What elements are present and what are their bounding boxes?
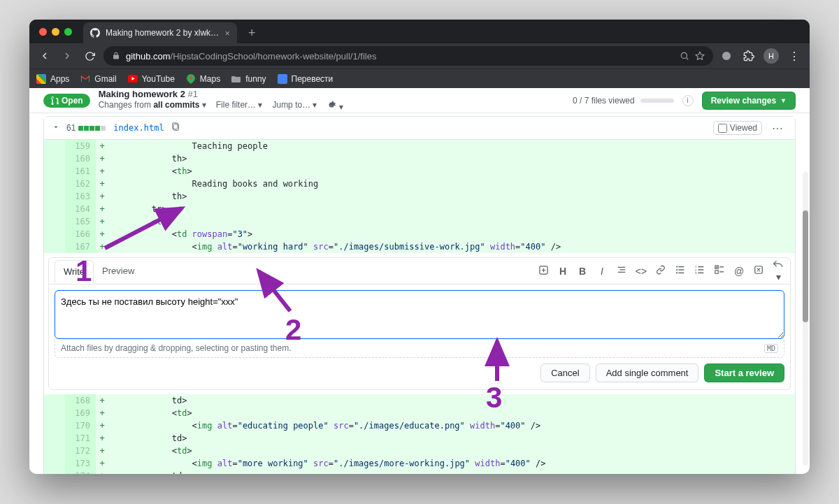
inline-comment-editor: Write Preview H B I <> 123 (48, 257, 791, 390)
numbered-list-icon[interactable]: 123 (694, 265, 706, 277)
minimize-window-button[interactable] (52, 28, 59, 36)
bookmark-youtube[interactable]: YouTube (128, 74, 175, 84)
new-line-num: 174 (65, 470, 96, 474)
bookmark-translate[interactable]: Перевести (278, 74, 334, 84)
diff-row[interactable]: 162+ Reading books and working (44, 178, 795, 190)
diff-code: th> (108, 190, 795, 203)
italic-icon[interactable]: I (596, 266, 608, 277)
annotation-arrow-1 (98, 203, 196, 252)
task-list-icon[interactable] (713, 265, 726, 277)
review-changes-button[interactable]: Review changes▼ (702, 92, 796, 110)
pr-header: Open Making homework 2 #1 Changes from a… (29, 88, 810, 113)
old-line-num (44, 394, 65, 407)
copy-path-button[interactable] (171, 122, 180, 134)
diff-mark: + (96, 394, 108, 407)
new-line-num: 173 (65, 457, 96, 470)
new-line-num: 168 (65, 394, 96, 407)
old-line-num (44, 178, 65, 190)
diff-row[interactable]: 161+ <th> (44, 165, 795, 178)
old-line-num (44, 457, 65, 470)
back-button[interactable] (36, 48, 53, 64)
new-line-num: 164 (65, 203, 96, 215)
attach-hint[interactable]: Attach files by dragging & dropping, sel… (55, 339, 784, 358)
bookmark-maps[interactable]: Maps (186, 74, 220, 84)
close-window-button[interactable] (39, 28, 47, 36)
bookmark-funny[interactable]: funny (231, 74, 266, 84)
diff-mark: + (96, 140, 108, 152)
add-single-comment-button[interactable]: Add single comment (596, 363, 699, 382)
link-icon[interactable] (654, 265, 667, 277)
diff-mark: + (96, 470, 108, 474)
old-line-num (44, 152, 65, 165)
bookmark-apps[interactable]: Apps (36, 74, 69, 84)
diff-row[interactable]: 171+ td> (44, 432, 795, 445)
diff-row[interactable]: 163+ th> (44, 190, 795, 203)
start-review-button[interactable]: Start a review (704, 363, 784, 382)
diff-row[interactable]: 159+ Teaching people (44, 140, 795, 152)
address-bar[interactable]: github.com/HipstaCodingSchool/homework-w… (103, 46, 713, 66)
svg-rect-17 (698, 266, 703, 267)
clipboard-icon (171, 122, 180, 131)
diff-row[interactable]: 160+ th> (44, 152, 795, 165)
profile-avatar[interactable]: H (763, 48, 779, 64)
diff-row[interactable]: 169+ <td> (44, 407, 795, 419)
comment-body: Attach files by dragging & dropping, sel… (49, 285, 790, 363)
new-line-num: 160 (65, 152, 96, 165)
new-line-num: 167 (65, 240, 96, 253)
bookmark-gmail[interactable]: Gmail (80, 74, 116, 84)
jump-to-dropdown[interactable]: Jump to… ▾ (272, 100, 317, 112)
bullet-list-icon[interactable] (674, 265, 687, 277)
new-tab-button[interactable]: + (243, 22, 261, 43)
diff-row[interactable]: 170+ <img alt="educating people" src="./… (44, 419, 795, 432)
diff-code: td> (108, 470, 795, 474)
preview-tab[interactable]: Preview (94, 260, 143, 282)
mention-icon[interactable]: @ (733, 266, 745, 277)
extension-icon[interactable] (719, 48, 734, 64)
svg-line-26 (259, 271, 290, 311)
heading-icon[interactable]: H (557, 266, 569, 277)
markdown-badge[interactable]: MD (764, 344, 778, 353)
svg-rect-18 (698, 269, 703, 270)
old-line-num (44, 240, 65, 253)
saved-replies-icon[interactable]: ▾ (772, 259, 784, 282)
extensions-menu-icon[interactable] (741, 48, 756, 64)
cancel-button[interactable]: Cancel (540, 363, 589, 382)
fullscreen-window-button[interactable] (64, 28, 72, 36)
file-filter-dropdown[interactable]: File filter… ▾ (216, 100, 263, 112)
diff-row[interactable]: 172+ <td> (44, 445, 795, 457)
star-icon[interactable] (695, 51, 705, 61)
comment-textarea[interactable] (55, 290, 784, 339)
reload-button[interactable] (81, 48, 98, 64)
bold-icon[interactable]: B (576, 266, 589, 277)
forward-button[interactable] (59, 48, 76, 64)
browser-menu-button[interactable]: ⋮ (786, 48, 803, 64)
search-icon[interactable] (680, 51, 689, 61)
quote-icon[interactable] (615, 265, 628, 277)
tab-close-button[interactable]: × (224, 28, 230, 38)
viewed-checkbox-input[interactable] (718, 124, 727, 133)
diff-row[interactable]: 168+ td> (44, 394, 795, 407)
diff-code: <td> (108, 445, 795, 457)
diff-row[interactable]: 174+ td> (44, 470, 795, 474)
file-actions-menu[interactable]: ⋯ (769, 122, 787, 135)
bookmarks-bar: Apps Gmail YouTube Maps funny Перевести (29, 69, 810, 88)
suggest-change-icon[interactable] (537, 265, 550, 278)
git-pull-request-icon (50, 96, 59, 105)
write-tab[interactable]: Write (55, 260, 94, 283)
changes-from-dropdown[interactable]: Changes from all commits ▾ (99, 100, 206, 112)
info-icon[interactable]: i (682, 95, 694, 106)
diff-settings-button[interactable]: ▾ (327, 100, 343, 112)
collapse-file-button[interactable] (52, 123, 59, 133)
diff-row[interactable]: 173+ <img alt="more working" src="./imag… (44, 457, 795, 470)
scrollbar[interactable] (803, 172, 808, 466)
browser-tab[interactable]: Making homework 2 by xlwkn… × (83, 22, 237, 43)
file-diff-box: 61 index.html Viewed ⋯ 159+ Te (43, 116, 796, 474)
svg-rect-21 (719, 266, 724, 267)
reference-icon[interactable] (752, 265, 765, 277)
diff-mark: + (96, 445, 108, 457)
new-line-num: 166 (65, 228, 96, 240)
viewed-checkbox[interactable]: Viewed (713, 121, 762, 135)
code-icon[interactable]: <> (635, 266, 647, 277)
file-name-link[interactable]: index.html (113, 123, 164, 133)
scrollbar-thumb[interactable] (803, 210, 808, 322)
